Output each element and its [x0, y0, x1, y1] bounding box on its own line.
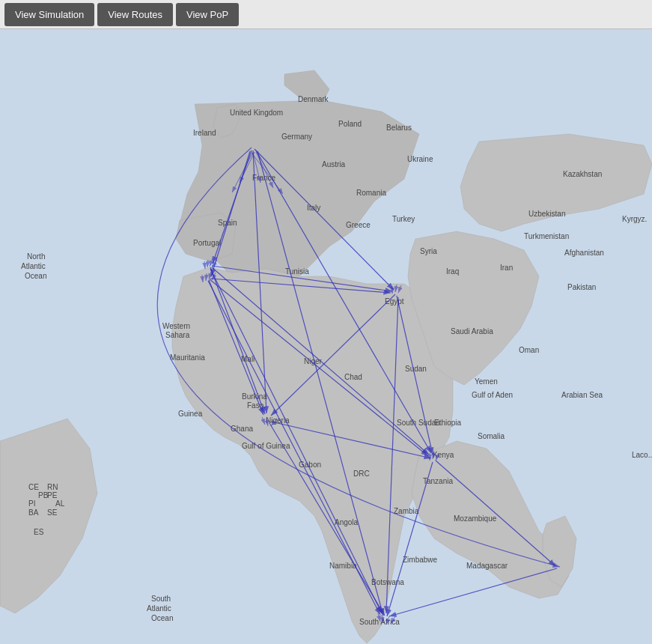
svg-text:Uzbekistan: Uzbekistan [528, 210, 565, 218]
svg-text:AL: AL [55, 499, 65, 508]
svg-text:Gulf of Aden: Gulf of Aden [472, 391, 513, 399]
svg-text:Namibia: Namibia [329, 562, 357, 570]
svg-text:Niger: Niger [304, 357, 323, 365]
svg-text:Somalia: Somalia [478, 432, 505, 440]
svg-text:Tanzania: Tanzania [423, 477, 453, 485]
svg-text:BA: BA [28, 508, 39, 517]
svg-text:Guinea: Guinea [178, 410, 203, 418]
svg-text:Madagascar: Madagascar [466, 562, 508, 570]
view-pop-button[interactable]: View PoP [176, 3, 239, 26]
svg-text:Kazakhstan: Kazakhstan [563, 170, 602, 178]
svg-text:Faso: Faso [247, 401, 264, 410]
svg-text:Kenya: Kenya [433, 451, 454, 459]
svg-text:Pakistan: Pakistan [567, 283, 596, 291]
svg-text:Germany: Germany [281, 133, 312, 141]
svg-text:Belarus: Belarus [386, 124, 412, 132]
svg-text:Syria: Syria [420, 247, 437, 255]
svg-text:Sudan: Sudan [405, 365, 427, 373]
svg-text:Denmark: Denmark [298, 95, 329, 103]
svg-text:Mauritania: Mauritania [170, 353, 205, 362]
svg-text:Ireland: Ireland [193, 129, 216, 137]
map-svg: United Kingdom Denmark Poland Belarus Ge… [0, 29, 652, 644]
svg-text:Saudi Arabia: Saudi Arabia [451, 327, 493, 335]
svg-text:CE: CE [28, 483, 39, 491]
view-simulation-button[interactable]: View Simulation [4, 3, 94, 26]
svg-text:Portugal: Portugal [193, 239, 221, 247]
svg-text:Austria: Austria [322, 160, 346, 168]
view-routes-button[interactable]: View Routes [97, 3, 173, 26]
svg-text:Arabian Sea: Arabian Sea [561, 391, 603, 399]
svg-text:Ocean: Ocean [151, 614, 173, 622]
svg-text:Mali: Mali [241, 355, 255, 363]
svg-text:Chad: Chad [344, 373, 362, 381]
svg-text:Sahara: Sahara [165, 331, 190, 339]
svg-text:Iran: Iran [500, 264, 513, 272]
svg-text:Kyrgyz.: Kyrgyz. [622, 215, 647, 223]
svg-text:Ghana: Ghana [231, 425, 253, 433]
svg-text:Laco...: Laco... [632, 451, 652, 459]
svg-text:Egypt: Egypt [385, 297, 404, 306]
svg-text:Spain: Spain [218, 219, 237, 227]
svg-text:Afghanistan: Afghanistan [564, 249, 604, 257]
svg-text:Tunisia: Tunisia [285, 267, 309, 276]
svg-text:Botswana: Botswana [371, 578, 404, 586]
svg-text:Romania: Romania [356, 189, 386, 197]
svg-text:South: South [151, 595, 171, 603]
svg-text:Gulf of Guinea: Gulf of Guinea [242, 442, 290, 450]
svg-text:Oman: Oman [519, 346, 539, 354]
svg-text:SE: SE [47, 508, 58, 517]
svg-text:South Africa: South Africa [359, 618, 400, 626]
svg-text:Ocean: Ocean [25, 272, 46, 280]
svg-text:Ukraine: Ukraine [407, 155, 433, 163]
svg-text:Ethiopia: Ethiopia [434, 419, 462, 427]
svg-text:Angola: Angola [335, 518, 359, 526]
svg-text:Zambia: Zambia [394, 507, 419, 515]
svg-text:Poland: Poland [338, 120, 362, 128]
svg-text:United Kingdom: United Kingdom [230, 109, 283, 117]
svg-text:Greece: Greece [346, 221, 371, 229]
svg-text:Atlantic: Atlantic [147, 604, 171, 613]
svg-text:Turkmenistan: Turkmenistan [524, 232, 569, 240]
svg-text:PI: PI [28, 499, 35, 508]
svg-text:ES: ES [34, 528, 44, 536]
svg-text:Nigeria: Nigeria [266, 416, 290, 425]
toolbar: View Simulation View Routes View PoP [0, 0, 652, 29]
svg-text:DRC: DRC [353, 470, 370, 478]
svg-text:RN: RN [47, 483, 58, 491]
svg-text:Italy: Italy [307, 204, 320, 212]
svg-text:Yemen: Yemen [475, 377, 498, 386]
svg-text:Burkina: Burkina [242, 392, 267, 401]
svg-text:Zimbabwe: Zimbabwe [403, 556, 438, 564]
svg-text:North: North [27, 252, 45, 261]
svg-text:Atlantic: Atlantic [21, 262, 46, 270]
svg-text:Western: Western [162, 322, 190, 330]
svg-text:Mozambique: Mozambique [454, 514, 497, 523]
svg-text:Turkey: Turkey [392, 215, 415, 223]
svg-text:Gabon: Gabon [299, 461, 321, 469]
svg-text:France: France [252, 174, 276, 182]
svg-text:Iraq: Iraq [446, 267, 459, 276]
svg-text:PE: PE [47, 491, 58, 499]
map-container: United Kingdom Denmark Poland Belarus Ge… [0, 29, 652, 644]
